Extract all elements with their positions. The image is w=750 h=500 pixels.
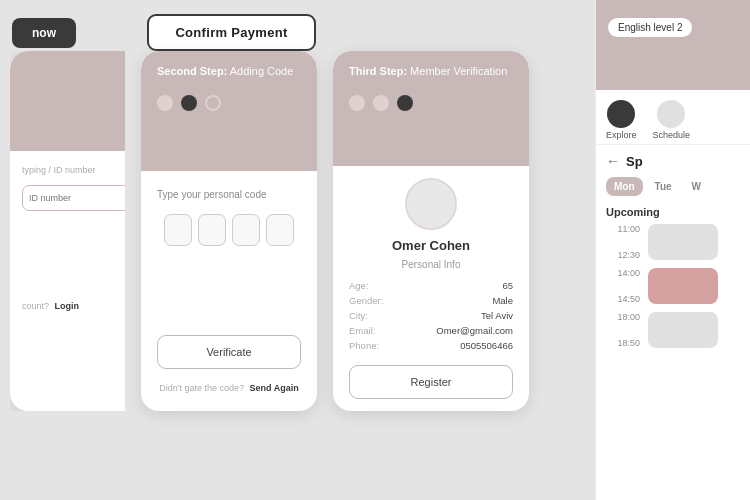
- city-label: City:: [349, 308, 423, 323]
- dot-3: [205, 95, 221, 111]
- send-again-link[interactable]: Send Again: [250, 383, 299, 393]
- gender-value: Male: [423, 293, 513, 308]
- panel2-dots: [157, 95, 301, 111]
- time-start-1: 11:00: [617, 224, 640, 234]
- day-tab-tue[interactable]: Tue: [647, 177, 680, 196]
- panel1-top: [10, 51, 125, 151]
- panel3-body: Omer Cohen Personal Info Age: 65 Gender:…: [333, 166, 529, 411]
- time-end-1: 12:30: [617, 250, 640, 260]
- time-slot-3: 18:00 18:50: [606, 312, 740, 348]
- confirm-payment-area: Confirm Payment: [144, 14, 320, 51]
- slot-bar-3: [648, 312, 718, 348]
- time-slot-1: 11:00 12:30: [606, 224, 740, 260]
- phone-value: 0505506466: [423, 338, 513, 353]
- scheduler-body: ← Sp Mon Tue W Upcoming 11:00 12:30 14:0…: [596, 145, 750, 500]
- personal-info-table: Age: 65 Gender: Male City: Tel Aviv Em: [349, 278, 513, 353]
- email-row: Email: Omer@gmail.com: [349, 323, 513, 338]
- resend-area: Didn't gate the code? Send Again: [159, 383, 298, 393]
- back-button[interactable]: ←: [606, 153, 620, 169]
- city-row: City: Tel Aviv: [349, 308, 513, 323]
- panel4-header: English level 2: [596, 0, 750, 90]
- day-tab-w[interactable]: W: [684, 177, 709, 196]
- slot-bar-2: [648, 268, 718, 304]
- panel3-top: Third Step: Member Verification: [333, 51, 529, 166]
- panel1-card: typing / ID number count? Login: [10, 51, 125, 411]
- day-tabs: Mon Tue W: [606, 177, 740, 196]
- panel1-id-input[interactable]: [22, 185, 125, 211]
- code-input-3[interactable]: [232, 214, 260, 246]
- dot-2: [181, 95, 197, 111]
- p3-dot-3: [397, 95, 413, 111]
- city-value: Tel Aviv: [423, 308, 513, 323]
- phone-row: Phone: 0505506466: [349, 338, 513, 353]
- dot-1: [157, 95, 173, 111]
- panel2-body: Type your personal code Verificate Didn'…: [141, 171, 317, 411]
- code-input-4[interactable]: [266, 214, 294, 246]
- time-range-2: 14:00 14:50: [606, 268, 640, 304]
- slot-bar-1: [648, 224, 718, 260]
- cards-row: typing / ID number count? Login Second S…: [0, 51, 595, 500]
- schedule-label: Schedule: [653, 130, 691, 140]
- main-container: now Confirm Payment typing / ID number c…: [0, 0, 595, 500]
- code-input-1[interactable]: [164, 214, 192, 246]
- time-range-1: 11:00 12:30: [606, 224, 640, 260]
- panel1-footer: count? Login: [22, 301, 125, 311]
- user-name: Omer Cohen: [392, 238, 470, 253]
- section-title: Personal Info: [402, 259, 461, 270]
- icon-row: Explore Schedule: [596, 90, 750, 145]
- sp-title: Sp: [626, 154, 643, 169]
- code-input-2[interactable]: [198, 214, 226, 246]
- lang-badge: English level 2: [608, 18, 692, 37]
- age-value: 65: [423, 278, 513, 293]
- phone-label: Phone:: [349, 338, 423, 353]
- panel1-login-link[interactable]: Login: [55, 301, 80, 311]
- panel2-wrapper: Second Step: Adding Code Type your perso…: [141, 51, 317, 411]
- panel3-wrapper: Third Step: Member Verification Omer Coh…: [333, 51, 529, 411]
- panel3-card: Third Step: Member Verification Omer Coh…: [333, 51, 529, 411]
- explore-icon: [607, 100, 635, 128]
- top-button-area: now Confirm Payment: [0, 0, 595, 51]
- scheduler-nav: ← Sp: [606, 153, 740, 169]
- explore-tab[interactable]: Explore: [606, 100, 637, 140]
- time-slot-2: 14:00 14:50: [606, 268, 740, 304]
- time-end-3: 18:50: [617, 338, 640, 348]
- email-value: Omer@gmail.com: [423, 323, 513, 338]
- panel1-body: typing / ID number count? Login: [10, 151, 125, 325]
- panel2-card: Second Step: Adding Code Type your perso…: [141, 51, 317, 411]
- gender-label: Gender:: [349, 293, 423, 308]
- schedule-icon: [657, 100, 685, 128]
- gender-row: Gender: Male: [349, 293, 513, 308]
- now-button[interactable]: now: [12, 18, 76, 48]
- explore-label: Explore: [606, 130, 637, 140]
- panel3-dots: [349, 95, 513, 111]
- panel1-label: typing / ID number: [22, 165, 125, 175]
- age-label: Age:: [349, 278, 423, 293]
- panel2-step-label: Second Step: Adding Code: [157, 65, 301, 77]
- code-inputs: [164, 214, 294, 246]
- panel1-wrapper: typing / ID number count? Login: [10, 51, 125, 411]
- upcoming-label: Upcoming: [606, 206, 740, 218]
- verificate-button[interactable]: Verificate: [157, 335, 301, 369]
- time-start-3: 18:00: [617, 312, 640, 322]
- time-range-3: 18:00 18:50: [606, 312, 640, 348]
- age-row: Age: 65: [349, 278, 513, 293]
- panel3-step-label: Third Step: Member Verification: [349, 65, 513, 77]
- panel4-scheduler: English level 2 Explore Schedule ← Sp Mo…: [595, 0, 750, 500]
- p3-dot-2: [373, 95, 389, 111]
- day-tab-mon[interactable]: Mon: [606, 177, 643, 196]
- confirm-payment-button[interactable]: Confirm Payment: [147, 14, 315, 51]
- email-label: Email:: [349, 323, 423, 338]
- avatar: [405, 178, 457, 230]
- panel2-top: Second Step: Adding Code: [141, 51, 317, 171]
- panel2-body-label: Type your personal code: [157, 189, 267, 200]
- schedule-tab[interactable]: Schedule: [653, 100, 691, 140]
- time-start-2: 14:00: [617, 268, 640, 278]
- register-button[interactable]: Register: [349, 365, 513, 399]
- p3-dot-1: [349, 95, 365, 111]
- time-end-2: 14:50: [617, 294, 640, 304]
